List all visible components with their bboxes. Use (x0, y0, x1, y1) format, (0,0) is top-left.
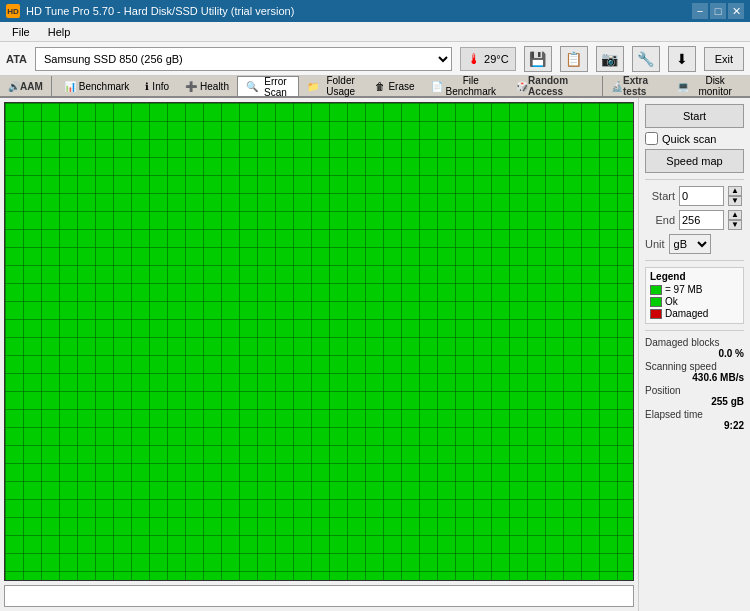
tools-icon-button[interactable]: 🔧 (632, 46, 660, 72)
menu-help[interactable]: Help (40, 24, 79, 40)
legend-item-speed: = 97 MB (650, 284, 739, 295)
end-field-row: End ▲ ▼ (645, 210, 744, 230)
copy-icon-button[interactable]: 📋 (560, 46, 588, 72)
legend-label-damaged: Damaged (665, 308, 708, 319)
damaged-blocks-value: 0.0 % (645, 348, 744, 359)
minimize-button[interactable]: − (692, 3, 708, 19)
damaged-blocks-label: Damaged blocks (645, 337, 719, 348)
start-label: Start (645, 190, 675, 202)
tabs-area: 🔊 AAM 📊 Benchmark ℹ Info ➕ Health 🔍 Erro… (0, 76, 750, 98)
quick-scan-label: Quick scan (662, 133, 716, 145)
menu-bar: File Help (0, 22, 750, 42)
legend-item-ok: Ok (650, 296, 739, 307)
elapsed-time-row: Elapsed time 9:22 (645, 409, 744, 431)
legend-label-ok: Ok (665, 296, 678, 307)
title-bar: HD HD Tune Pro 5.70 - Hard Disk/SSD Util… (0, 0, 750, 22)
random-access-section: 🎲 Random Access (508, 76, 603, 96)
quick-scan-checkbox[interactable] (645, 132, 658, 145)
start-spinner: ▲ ▼ (728, 186, 742, 206)
divider-2 (645, 260, 744, 261)
grid-overlay (5, 103, 633, 580)
legend-box: Legend = 97 MB Ok Damaged (645, 267, 744, 324)
tab-benchmark[interactable]: 📊 Benchmark (56, 76, 138, 96)
camera-icon-button[interactable]: 📷 (596, 46, 624, 72)
right-panel: Start Quick scan Speed map Start ▲ ▼ End… (638, 98, 750, 611)
scanning-speed-label: Scanning speed (645, 361, 717, 372)
tab-error-scan[interactable]: 🔍 Error Scan (237, 76, 299, 96)
end-spin-down[interactable]: ▼ (728, 220, 742, 230)
divider-3 (645, 330, 744, 331)
drive-select[interactable]: Samsung SSD 850 (256 gB) (35, 47, 452, 71)
window-title: HD Tune Pro 5.70 - Hard Disk/SSD Utility… (26, 5, 294, 17)
legend-title: Legend (650, 271, 739, 282)
start-button[interactable]: Start (645, 104, 744, 128)
elapsed-time-value: 9:22 (645, 420, 744, 431)
end-spin-up[interactable]: ▲ (728, 210, 742, 220)
save-icon-button[interactable]: 💾 (524, 46, 552, 72)
start-input[interactable] (679, 186, 724, 206)
aam-section-label: 🔊 AAM (4, 76, 47, 96)
tab-health[interactable]: ➕ Health (177, 76, 237, 96)
tab-disk-monitor[interactable]: 💻 Disk monitor (669, 76, 746, 96)
end-spinner: ▲ ▼ (728, 210, 742, 230)
menu-file[interactable]: File (4, 24, 38, 40)
tab-erase[interactable]: 🗑 Erase (367, 76, 422, 96)
title-bar-left: HD HD Tune Pro 5.70 - Hard Disk/SSD Util… (6, 4, 294, 18)
legend-color-damaged (650, 309, 662, 319)
temperature-value: 29°C (484, 53, 509, 65)
elapsed-time-label: Elapsed time (645, 409, 703, 420)
start-spin-up[interactable]: ▲ (728, 186, 742, 196)
speed-map-button[interactable]: Speed map (645, 149, 744, 173)
end-input[interactable] (679, 210, 724, 230)
random-access-label: 🎲 Random Access (512, 76, 598, 96)
scan-grid (4, 102, 634, 581)
damaged-blocks-row: Damaged blocks 0.0 % (645, 337, 744, 359)
unit-select[interactable]: gB MB sectors (669, 234, 711, 254)
position-value: 255 gB (645, 396, 744, 407)
unit-label: Unit (645, 238, 665, 250)
ata-label: ATA (6, 53, 27, 65)
tab-file-benchmark[interactable]: 📄 File Benchmark (423, 76, 505, 96)
progress-bar (4, 585, 634, 607)
aam-section: 🔊 AAM (0, 76, 52, 96)
scanning-speed-row: Scanning speed 430.6 MB/s (645, 361, 744, 383)
maximize-button[interactable]: □ (710, 3, 726, 19)
download-icon-button[interactable]: ⬇ (668, 46, 696, 72)
main-content: Start Quick scan Speed map Start ▲ ▼ End… (0, 98, 750, 611)
legend-color-ok (650, 297, 662, 307)
scanning-speed-value: 430.6 MB/s (645, 372, 744, 383)
extra-tests-label: 🔬 Extra tests (607, 76, 669, 96)
tab-info[interactable]: ℹ Info (137, 76, 177, 96)
temperature-indicator: 🌡 29°C (460, 47, 516, 71)
exit-button[interactable]: Exit (704, 47, 744, 71)
title-bar-controls[interactable]: − □ ✕ (692, 3, 744, 19)
start-field-row: Start ▲ ▼ (645, 186, 744, 206)
close-button[interactable]: ✕ (728, 3, 744, 19)
divider-1 (645, 179, 744, 180)
quick-scan-row: Quick scan (645, 132, 744, 145)
position-label: Position (645, 385, 681, 396)
legend-color-speed (650, 285, 662, 295)
legend-label-speed: = 97 MB (665, 284, 703, 295)
unit-row: Unit gB MB sectors (645, 234, 744, 254)
position-row: Position 255 gB (645, 385, 744, 407)
stats-section: Damaged blocks 0.0 % Scanning speed 430.… (645, 337, 744, 433)
extra-tests-section: 🔬 Extra tests 💻 Disk monitor (603, 76, 750, 96)
scan-area (0, 98, 638, 611)
temperature-icon: 🌡 (467, 51, 481, 67)
tab-folder-usage[interactable]: 📁 Folder Usage (299, 76, 368, 96)
toolbar-top: ATA Samsung SSD 850 (256 gB) 🌡 29°C 💾 📋 … (0, 42, 750, 76)
start-spin-down[interactable]: ▼ (728, 196, 742, 206)
legend-item-damaged: Damaged (650, 308, 739, 319)
app-icon: HD (6, 4, 20, 18)
end-label: End (645, 214, 675, 226)
